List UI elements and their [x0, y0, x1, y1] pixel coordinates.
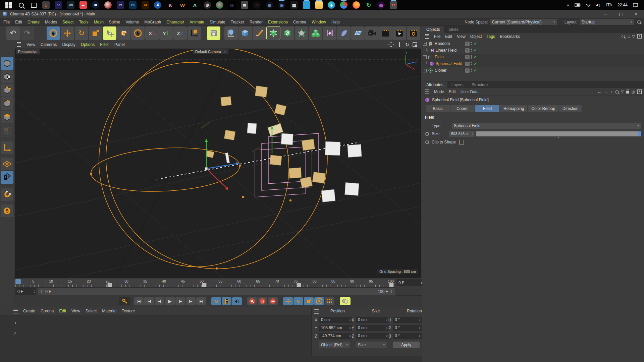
menu-mograph[interactable]: MoGraph	[144, 20, 161, 24]
enabled-check-icon[interactable]: ✓	[474, 61, 477, 66]
prev-frame-button[interactable]: ◀|	[155, 297, 164, 305]
vp-menu-view[interactable]: View	[26, 42, 35, 47]
collapse-icon[interactable]: −	[423, 55, 427, 59]
snap-button[interactable]	[1, 188, 13, 201]
audio-meter-icon[interactable]: |||	[228, 1, 236, 9]
effector-button[interactable]	[295, 26, 308, 40]
menu-tools[interactable]: Tools	[79, 20, 88, 24]
shell-app-icon[interactable]	[104, 1, 112, 9]
points-mode-button[interactable]	[1, 84, 13, 97]
active-tool-move[interactable]	[103, 26, 116, 40]
lock-z-axis-button[interactable]: Z	[173, 26, 187, 40]
obj-menu-file[interactable]: File	[434, 34, 440, 39]
coordinate-mode-dropdown[interactable]: Object (Rel)▾	[319, 342, 350, 348]
size-mode-dropdown[interactable]: Size▾	[356, 342, 387, 348]
key-rotation-toggle[interactable]: ↻	[293, 297, 303, 305]
menu-create[interactable]: Create	[28, 20, 40, 24]
screenshot-tool-icon[interactable]: ✂	[390, 1, 397, 9]
chrome-icon[interactable]	[340, 1, 347, 9]
next-key-button[interactable]: ▶|	[186, 297, 196, 305]
render-settings-button[interactable]	[407, 26, 420, 40]
layer-toggle-icon[interactable]: ✎	[465, 48, 470, 53]
menu-window[interactable]: Window	[312, 20, 326, 24]
polygon-mode-button[interactable]	[1, 111, 13, 123]
attr-search-icon[interactable]	[615, 90, 619, 94]
objects-home-icon[interactable]: ⌂	[627, 34, 630, 39]
firefox-icon[interactable]	[353, 1, 360, 9]
menu-tracker[interactable]: Tracker	[231, 20, 244, 24]
current-frame-field[interactable]: 0 F ▴▾	[396, 279, 423, 286]
obj-menu-bookmarks[interactable]: Bookmarks	[500, 34, 520, 39]
subdivision-surface-button[interactable]	[267, 26, 280, 40]
mat-menu-view[interactable]: View	[71, 309, 80, 313]
apply-button[interactable]: Apply	[393, 342, 420, 348]
attr-tab-color-remap[interactable]: Color Remap	[528, 105, 558, 112]
search-icon[interactable]	[17, 1, 25, 9]
edge-mode-button[interactable]	[1, 97, 13, 110]
size-x-field[interactable]: 0 cm▴▾	[356, 317, 389, 323]
render-picture-viewer-button[interactable]	[393, 26, 406, 40]
vp-menu-panel[interactable]: Panel	[114, 42, 125, 47]
media-app-icon[interactable]: ◂▸	[79, 1, 87, 9]
timeline-playhead[interactable]	[15, 279, 21, 284]
prev-key-button[interactable]: |◀	[144, 297, 154, 305]
play-button[interactable]: ▶	[165, 297, 175, 305]
app-grid-icon[interactable]: ▦	[290, 1, 298, 9]
visibility-dots[interactable]	[471, 42, 472, 45]
scale-tool[interactable]	[89, 26, 102, 40]
maximize-button[interactable]: ▢	[613, 10, 629, 18]
cinema4d-dark-icon-2[interactable]: ◉	[278, 1, 285, 9]
keyframe-points-button[interactable]	[325, 297, 334, 305]
record-keyframe-button[interactable]	[247, 297, 257, 305]
mat-menu-material[interactable]: Material	[102, 309, 116, 313]
anydesk-icon[interactable]: A	[191, 1, 199, 9]
visibility-dots[interactable]	[471, 49, 472, 52]
attributes-menu-icon[interactable]	[425, 89, 429, 94]
primitive-cube-button[interactable]	[238, 26, 252, 40]
render-view-button[interactable]	[207, 26, 220, 40]
tab-structure[interactable]: Structure	[468, 81, 492, 88]
notification-icon[interactable]	[633, 3, 638, 7]
speaker-icon[interactable]	[596, 3, 601, 7]
timeline-marker-25[interactable]	[107, 283, 112, 287]
viewport-view-label[interactable]: Perspective	[16, 49, 40, 54]
size-y-field[interactable]: 0 cm▴▾	[356, 325, 389, 331]
type-dropdown[interactable]: Spherical Field▾	[452, 123, 641, 129]
visibility-dots[interactable]	[471, 55, 472, 59]
loop-mode-button[interactable]: ↻	[211, 297, 221, 305]
tab-attributes[interactable]: Attributes	[422, 81, 447, 88]
goto-start-button[interactable]: |◀	[134, 297, 144, 305]
lock-x-axis-button[interactable]: X	[145, 26, 159, 40]
expand-icon[interactable]: +	[423, 69, 427, 72]
toggle-view-icon[interactable]	[413, 42, 417, 47]
enabled-check-icon[interactable]: ✓	[474, 41, 477, 46]
size-value-field[interactable]: 593.643 cr ▴▾	[449, 131, 475, 137]
ccleaner-icon[interactable]: C	[42, 1, 50, 9]
menu-mesh[interactable]: Mesh	[94, 20, 103, 24]
illustrator-icon[interactable]: Ai	[142, 1, 149, 9]
attr-filter-icon[interactable]: ▽	[621, 89, 624, 94]
lock-y-axis-button[interactable]: Y	[159, 26, 173, 40]
objects-search-icon[interactable]	[622, 35, 625, 38]
document-app-icon[interactable]: ▤	[241, 1, 248, 9]
mat-menu-create[interactable]: Create	[23, 309, 35, 313]
menu-character[interactable]: Character	[166, 20, 184, 24]
position-x-field[interactable]: 0 cm▴▾	[319, 317, 352, 323]
floor-button[interactable]	[351, 26, 365, 40]
language-indicator[interactable]: ITA	[606, 3, 612, 7]
minimize-button[interactable]: –	[598, 10, 613, 18]
layer-toggle-icon[interactable]: ✎	[465, 55, 470, 59]
mat-menu-corona[interactable]: Corona	[41, 309, 54, 313]
vp-menu-cameras[interactable]: Cameras	[41, 42, 57, 47]
menu-animate[interactable]: Animate	[190, 20, 204, 24]
obj-menu-edit[interactable]: Edit	[445, 34, 452, 39]
add-material-icon[interactable]: +	[13, 321, 18, 326]
objects-menu-icon[interactable]	[425, 34, 429, 39]
deformer-button[interactable]	[337, 26, 351, 40]
texture-mode-button[interactable]	[1, 70, 13, 83]
attr-target-icon[interactable]: ◎	[632, 89, 635, 94]
render-current-view-button[interactable]	[379, 26, 392, 40]
field-button[interactable]	[323, 26, 336, 40]
attr-tab-remapping[interactable]: Remapping	[500, 105, 527, 112]
obj-menu-tags[interactable]: Tags	[487, 34, 495, 39]
